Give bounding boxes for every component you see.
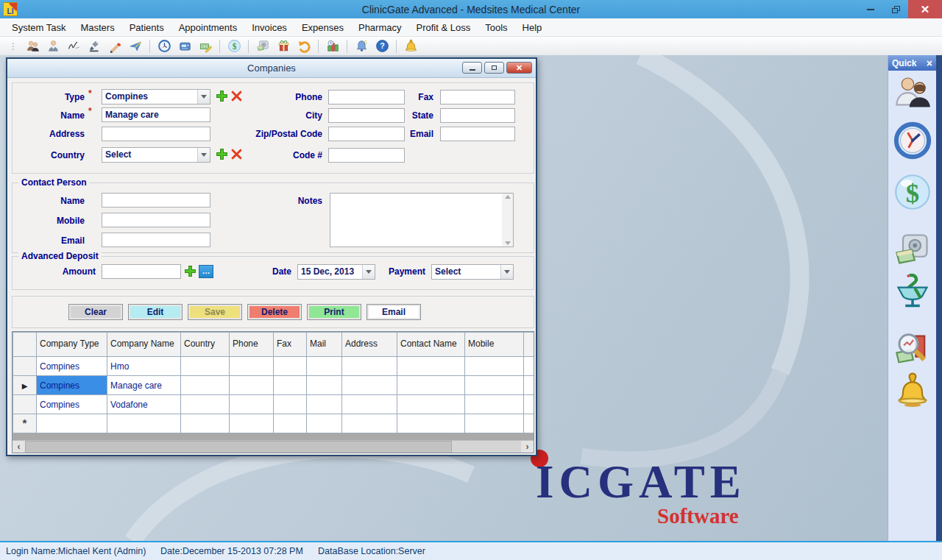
scroll-track[interactable] xyxy=(25,441,521,453)
grid-row-selector[interactable] xyxy=(13,395,37,414)
grid-cell[interactable] xyxy=(181,357,230,376)
quick-dollar-icon[interactable]: $ xyxy=(892,171,933,213)
menu-pharmacy[interactable]: Pharmacy xyxy=(351,19,409,36)
grid-cell[interactable] xyxy=(465,357,524,376)
microscope-icon[interactable] xyxy=(85,38,103,54)
close-icon[interactable]: ✕ xyxy=(908,0,942,18)
restore-icon[interactable] xyxy=(883,0,908,18)
contact-name-field[interactable] xyxy=(102,193,210,208)
menu-appointments[interactable]: Appointments xyxy=(171,19,245,36)
delete-button[interactable]: Delete xyxy=(247,304,302,320)
grid-cell[interactable] xyxy=(342,395,397,414)
grid-cell[interactable] xyxy=(181,376,230,395)
grid-horizontal-scrollbar[interactable]: ‹ › xyxy=(13,440,534,453)
grid-cell[interactable]: Hmo xyxy=(107,357,181,376)
menu-invoices[interactable]: Invoices xyxy=(244,19,294,36)
menu-patients[interactable]: Patients xyxy=(122,19,171,36)
grid-column-header[interactable]: Address xyxy=(342,333,397,357)
edit-button[interactable]: Edit xyxy=(128,304,183,320)
grid-cell[interactable]: Compines xyxy=(37,376,107,395)
state-field[interactable] xyxy=(440,108,515,123)
menu-masters[interactable]: Masters xyxy=(73,19,121,36)
grid-cell[interactable] xyxy=(524,376,534,395)
quick-bell-icon[interactable] xyxy=(892,370,933,411)
gift-icon[interactable] xyxy=(275,38,292,54)
grid-cell[interactable] xyxy=(524,395,534,414)
grid-cell[interactable] xyxy=(397,414,465,433)
menu-profit-loss[interactable]: Profit & Loss xyxy=(409,19,478,36)
grid-cell[interactable] xyxy=(181,414,230,433)
quick-clock-icon[interactable] xyxy=(892,120,933,161)
grid-cell[interactable]: Compines xyxy=(37,395,107,414)
scroll-left-icon[interactable]: ‹ xyxy=(13,442,25,452)
chevron-down-icon[interactable] xyxy=(362,265,375,279)
menu-tools[interactable]: Tools xyxy=(478,19,514,36)
grid-cell[interactable] xyxy=(342,376,397,395)
grid-row-selector[interactable]: * xyxy=(13,414,37,433)
dialog-minimize-icon[interactable] xyxy=(462,62,482,74)
quick-pharmacy-icon[interactable] xyxy=(892,270,933,311)
dialog-close-icon[interactable]: ✕ xyxy=(506,62,532,74)
grid-cell[interactable] xyxy=(274,376,307,395)
name-field[interactable] xyxy=(102,107,210,122)
grid-cell[interactable] xyxy=(307,376,342,395)
grid-cell[interactable] xyxy=(230,357,274,376)
bell-icon[interactable] xyxy=(402,38,419,54)
delete-country-icon[interactable] xyxy=(230,148,243,160)
grid-column-header[interactable]: Phone xyxy=(230,333,274,357)
address-field[interactable] xyxy=(102,127,210,141)
patients-pair-icon[interactable] xyxy=(24,38,41,54)
grid-cell[interactable] xyxy=(524,357,534,376)
type-select[interactable]: Compines xyxy=(102,89,210,104)
help-icon[interactable]: ? xyxy=(373,38,391,54)
alarm-icon[interactable] xyxy=(353,38,370,54)
grid-cell[interactable] xyxy=(274,357,307,376)
fax-icon[interactable] xyxy=(176,38,194,54)
add-country-icon[interactable] xyxy=(216,148,228,160)
add-deposit-icon[interactable] xyxy=(184,265,196,277)
dialog-maximize-icon[interactable] xyxy=(484,62,504,74)
grid-cell[interactable] xyxy=(307,395,342,414)
grid-cell[interactable] xyxy=(342,414,397,433)
amount-field[interactable] xyxy=(102,264,181,279)
grid-cell[interactable] xyxy=(342,357,397,376)
dialog-title-bar[interactable]: Companies ✕ xyxy=(7,59,536,78)
report-chart-icon[interactable] xyxy=(324,38,341,54)
plane-icon[interactable] xyxy=(127,38,144,54)
scroll-thumb[interactable] xyxy=(25,441,452,453)
chevron-down-icon[interactable] xyxy=(500,265,513,279)
grid-cell[interactable] xyxy=(230,414,274,433)
print-button[interactable]: Print xyxy=(307,304,361,320)
clock-icon[interactable] xyxy=(155,38,173,54)
grid-column-header[interactable]: Country xyxy=(181,333,230,357)
grid-column-header[interactable]: Mobile xyxy=(465,333,524,357)
grid-cell[interactable] xyxy=(524,414,534,433)
notes-scrollbar[interactable] xyxy=(502,194,513,247)
country-select[interactable]: Select xyxy=(102,147,210,163)
grid-cell[interactable] xyxy=(107,414,181,433)
quick-close-icon[interactable]: × xyxy=(927,58,932,68)
undo-arrow-icon[interactable] xyxy=(295,38,313,54)
grid-row-selector[interactable] xyxy=(13,357,37,376)
notes-field[interactable] xyxy=(330,193,514,247)
grid-cell[interactable] xyxy=(397,376,465,395)
grid-column-header[interactable]: Mail xyxy=(307,333,342,357)
minimize-icon[interactable] xyxy=(858,0,883,18)
grid-column-header[interactable] xyxy=(524,333,534,357)
clear-button[interactable]: Clear xyxy=(68,304,123,320)
grid-cell[interactable] xyxy=(465,414,524,433)
patient-icon[interactable] xyxy=(44,38,62,54)
email-field[interactable] xyxy=(440,127,515,141)
grid-column-header[interactable]: Contact Name xyxy=(397,333,465,357)
grid-cell[interactable] xyxy=(37,414,107,433)
menu-system-task[interactable]: System Task xyxy=(4,19,73,36)
billing-icon[interactable] xyxy=(196,38,214,54)
quick-reports-icon[interactable] xyxy=(892,329,933,370)
grid-cell[interactable] xyxy=(465,395,524,414)
grid-cell[interactable] xyxy=(307,357,342,376)
grid-cell[interactable] xyxy=(230,395,274,414)
signature-icon[interactable] xyxy=(65,38,82,54)
contact-email-field[interactable] xyxy=(102,233,210,247)
scroll-right-icon[interactable]: › xyxy=(521,442,534,452)
grid-cell[interactable] xyxy=(230,376,274,395)
